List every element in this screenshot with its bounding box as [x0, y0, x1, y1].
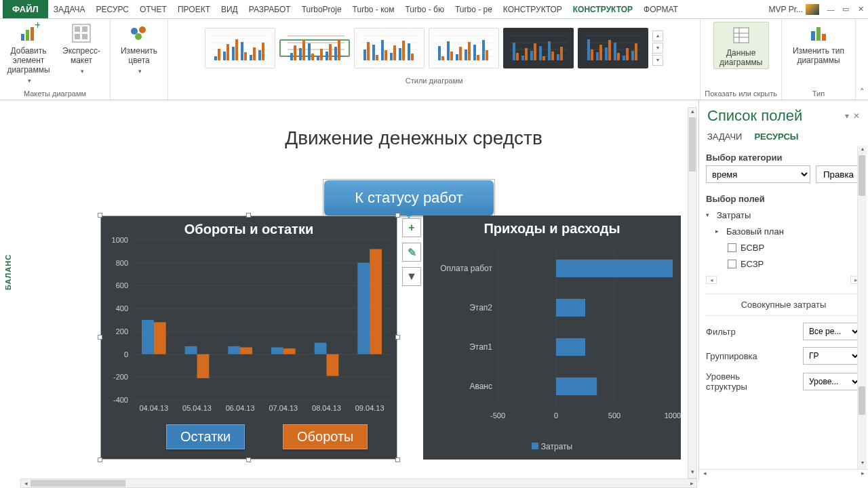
tab-format[interactable]: ФОРМАТ — [638, 0, 684, 18]
legend-turnover-button[interactable]: Обороты — [283, 424, 368, 449]
panel-close-icon[interactable]: ✕ — [853, 111, 860, 121]
svg-point-9 — [131, 28, 138, 35]
tree-row-zatraty[interactable]: ▾Затраты — [706, 207, 861, 223]
tab-razrabot[interactable]: РАЗРАБОТ — [243, 0, 296, 18]
tab-tasks[interactable]: ЗАДАЧИ — [707, 131, 742, 142]
cumulative-costs-row[interactable]: Совокупные затраты — [706, 293, 861, 316]
svg-rect-102 — [614, 43, 616, 60]
svg-rect-69 — [459, 47, 462, 60]
tree-row-bszr[interactable]: БСЗР — [728, 256, 861, 272]
svg-text:1000: 1000 — [112, 237, 128, 244]
ribbon-collapse-icon[interactable]: ˄ — [856, 19, 868, 100]
tab-turbobyu[interactable]: Turbo - бю — [399, 0, 449, 18]
svg-point-10 — [139, 26, 146, 33]
svg-rect-106 — [631, 51, 634, 60]
tab-turbore[interactable]: Turbo - ре — [450, 0, 498, 18]
svg-rect-114 — [822, 34, 826, 41]
add-chart-element-label: Добавить элемент диаграммы — [4, 46, 53, 75]
svg-rect-81 — [516, 53, 519, 60]
svg-rect-20 — [232, 47, 235, 60]
quick-layout-button[interactable]: Экспресс- макет▾ — [57, 22, 106, 76]
chart-data-button[interactable]: Данные диаграммы — [713, 22, 769, 69]
ribbon-group-showhide: Данные диаграммы Показать или скрыть — [701, 19, 782, 100]
svg-rect-43 — [338, 39, 340, 60]
tree-row-baseplan[interactable]: ▸Базовый план — [715, 223, 861, 239]
svg-rect-34 — [299, 48, 302, 60]
svg-rect-104 — [623, 56, 625, 60]
chart-styles-gallery[interactable]: ▴▾▾ — [202, 22, 666, 75]
quick-layout-icon — [70, 22, 93, 45]
svg-rect-135 — [197, 354, 210, 378]
checkbox-icon[interactable] — [728, 243, 736, 252]
side-hscroll-right-icon[interactable]: ▸ — [857, 470, 868, 480]
svg-rect-54 — [390, 53, 393, 60]
checkbox-icon[interactable] — [728, 260, 736, 268]
tab-constructor1[interactable]: КОНСТРУКТОР — [498, 0, 568, 18]
svg-rect-67 — [450, 52, 453, 60]
tab-zadacha[interactable]: ЗАДАЧА — [48, 0, 91, 18]
svg-rect-65 — [441, 56, 444, 60]
svg-rect-157 — [556, 260, 673, 277]
style-thumb-5[interactable] — [503, 28, 574, 68]
change-chart-type-button[interactable]: Изменить тип диаграммы — [786, 22, 851, 65]
category-select[interactable]: время — [706, 165, 810, 183]
chart-brush-icon[interactable]: ✎ — [402, 243, 421, 262]
tab-proekt[interactable]: ПРОЕКТ — [172, 0, 216, 18]
chart-filter-icon[interactable]: ▼ — [402, 267, 421, 286]
tab-turboproj[interactable]: TurboProje — [296, 0, 347, 18]
doc-name[interactable]: MVP Pr... — [765, 4, 823, 15]
window-restore-icon[interactable]: ▭ — [838, 5, 853, 14]
change-colors-button[interactable]: Изменить цвета▾ — [115, 22, 163, 76]
outline-select[interactable]: Урове... — [803, 373, 861, 390]
tab-turbokom[interactable]: Turbo - ком — [347, 0, 400, 18]
tab-constructor2[interactable]: КОНСТРУКТОР — [568, 0, 638, 18]
category-edit-button[interactable]: Правка — [816, 165, 861, 183]
svg-rect-98 — [596, 52, 599, 60]
tree-row-bsvr[interactable]: БСВР — [728, 239, 861, 256]
svg-rect-103 — [617, 53, 620, 60]
ribbon-group-type: Изменить тип диаграммы Тип — [782, 19, 856, 100]
main-hscrollbar[interactable]: ◂▸ — [20, 479, 697, 488]
style-thumb-1[interactable] — [205, 28, 275, 68]
window-close-icon[interactable]: ✕ — [853, 5, 868, 14]
style-thumb-3[interactable] — [354, 28, 425, 68]
svg-text:+: + — [35, 22, 40, 30]
legend-balances-button[interactable]: Остатки — [166, 424, 245, 449]
chart-income-expense[interactable]: Приходы и расходы -50005001000Оплата раб… — [423, 216, 681, 460]
add-chart-element-button[interactable]: + Добавить элемент диаграммы▾ — [4, 22, 53, 85]
filter-select[interactable]: Все ре... — [803, 323, 861, 340]
svg-rect-138 — [240, 347, 252, 354]
svg-rect-141 — [283, 348, 296, 354]
svg-rect-16 — [214, 56, 217, 60]
chart-income-legend: Затраты — [423, 442, 681, 451]
svg-rect-25 — [253, 47, 256, 60]
style-thumb-6[interactable] — [578, 28, 648, 68]
tab-otchet[interactable]: ОТЧЕТ — [134, 0, 172, 18]
tab-resurs[interactable]: РЕСУРС — [91, 0, 134, 18]
tree-scroll-left-icon[interactable]: ◂ — [706, 276, 717, 284]
styles-spin[interactable]: ▴▾▾ — [652, 30, 663, 66]
side-scrollbar[interactable]: ▴ ▾ — [857, 146, 867, 469]
ribbon-group-styles: ▴▾▾ Стили диаграмм — [168, 19, 701, 100]
svg-text:05.04.13: 05.04.13 — [182, 404, 212, 412]
tab-resources[interactable]: РЕСУРСЫ — [754, 131, 798, 142]
panel-menu-icon[interactable]: ▾ — [845, 111, 849, 121]
style-thumb-4[interactable] — [429, 28, 499, 68]
chart-add-element-icon[interactable]: + — [402, 218, 421, 237]
outline-label: Уровень структуры — [706, 371, 747, 392]
svg-rect-5 — [75, 26, 80, 32]
svg-rect-140 — [271, 347, 283, 354]
fields-label: Выбор полей — [706, 194, 861, 204]
side-hscroll-left-icon[interactable]: ◂ — [699, 470, 710, 480]
svg-text:200: 200 — [116, 327, 128, 336]
chart-turnover-balance[interactable]: Обороты и остатки -400-20002004006008001… — [100, 216, 397, 460]
tab-vid[interactable]: ВИД — [216, 0, 243, 18]
svg-rect-21 — [235, 39, 238, 60]
file-tab[interactable]: ФАЙЛ — [3, 0, 48, 18]
window-minimize-icon[interactable]: — — [823, 5, 838, 14]
style-thumb-2[interactable] — [279, 39, 350, 57]
group-select[interactable]: ГР — [803, 347, 861, 365]
main-vscrollbar[interactable]: ▴ ▾ — [688, 107, 697, 479]
svg-point-11 — [135, 33, 142, 40]
svg-rect-41 — [329, 44, 332, 60]
